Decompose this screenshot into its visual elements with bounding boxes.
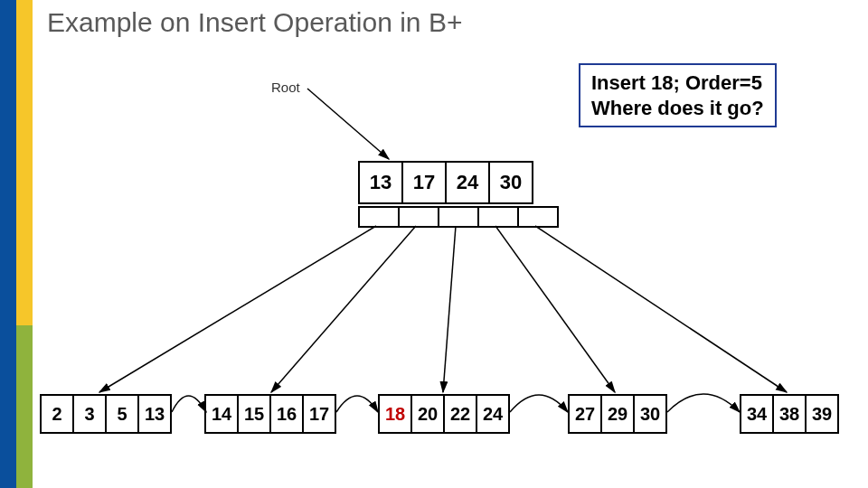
leaf-link-0-1 bbox=[172, 396, 206, 412]
root-key: 30 bbox=[490, 163, 532, 202]
leaf-cell: 27 bbox=[570, 396, 602, 432]
slide-title: Example on Insert Operation in B+ bbox=[47, 7, 462, 38]
root-pointer bbox=[479, 208, 519, 226]
leaf-cell: 29 bbox=[602, 396, 635, 432]
leaf-cell: 22 bbox=[445, 396, 477, 432]
arrow-root-label bbox=[307, 89, 389, 159]
leaf-cell: 38 bbox=[774, 396, 807, 432]
left-color-bar bbox=[0, 0, 33, 488]
leaf-link-3-4 bbox=[667, 394, 740, 412]
leaf-node-2: 18 20 22 24 bbox=[378, 394, 510, 434]
leaf-cell: 2 bbox=[42, 396, 74, 432]
leaf-cell-inserted: 18 bbox=[380, 396, 412, 432]
root-pointer bbox=[519, 208, 557, 226]
leaf-cell: 15 bbox=[239, 396, 271, 432]
root-pointer bbox=[360, 208, 400, 226]
leaf-cell: 14 bbox=[206, 396, 239, 432]
leaf-node-3: 27 29 30 bbox=[568, 394, 667, 434]
callout-line-2: Where does it go? bbox=[591, 97, 764, 119]
root-key: 17 bbox=[403, 163, 447, 202]
root-key: 13 bbox=[360, 163, 403, 202]
leaf-cell: 17 bbox=[304, 396, 335, 432]
leaf-node-0: 2 3 5 13 bbox=[40, 394, 172, 434]
sidebar-blue bbox=[0, 0, 16, 488]
leaf-cell: 5 bbox=[107, 396, 139, 432]
leaf-link-2-3 bbox=[510, 395, 568, 412]
sidebar-yellow bbox=[16, 0, 33, 325]
arrow-ptr-0 bbox=[99, 226, 376, 392]
callout-line-1: Insert 18; Order=5 bbox=[591, 71, 762, 94]
root-label: Root bbox=[271, 80, 300, 95]
root-pointer bbox=[439, 208, 479, 226]
leaf-cell: 3 bbox=[74, 396, 107, 432]
root-key: 24 bbox=[447, 163, 490, 202]
sidebar-green bbox=[16, 325, 33, 488]
leaf-node-4: 34 38 39 bbox=[740, 394, 839, 434]
leaf-cell: 30 bbox=[635, 396, 665, 432]
leaf-cell: 20 bbox=[412, 396, 445, 432]
arrow-ptr-2 bbox=[443, 226, 456, 392]
leaf-cell: 34 bbox=[741, 396, 774, 432]
insert-callout: Insert 18; Order=5 Where does it go? bbox=[579, 63, 777, 127]
leaf-cell: 24 bbox=[477, 396, 508, 432]
root-node: 13 17 24 30 bbox=[358, 161, 533, 204]
arrow-ptr-3 bbox=[495, 226, 615, 392]
leaf-link-1-2 bbox=[336, 396, 378, 412]
arrow-ptr-4 bbox=[535, 226, 787, 392]
leaf-cell: 39 bbox=[807, 396, 837, 432]
leaf-node-1: 14 15 16 17 bbox=[204, 394, 336, 434]
leaf-cell: 16 bbox=[271, 396, 304, 432]
arrow-ptr-1 bbox=[271, 226, 416, 392]
leaf-cell: 13 bbox=[139, 396, 170, 432]
root-pointer bbox=[400, 208, 439, 226]
root-pointer-bar bbox=[358, 206, 559, 228]
